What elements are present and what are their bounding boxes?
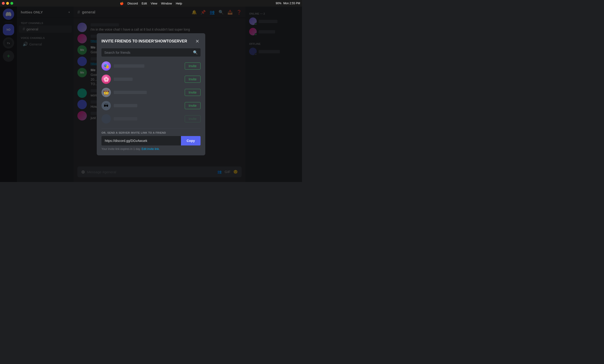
invite-button[interactable]: Invite bbox=[185, 115, 201, 122]
invite-link-row: https://discord.gg/DGvAwuek Copy bbox=[101, 136, 201, 146]
friend-search-container: 🔍 bbox=[101, 48, 201, 57]
friend-item[interactable]: 🤠 Invite bbox=[99, 86, 203, 99]
menu-bar: 🍎 Discord Edit View Window Help bbox=[120, 2, 182, 5]
modal-footer: OR, SEND A SERVER INVITE LINK TO A FRIEN… bbox=[97, 131, 205, 155]
invite-friends-modal: INVITE FRIENDS TO INSIDER'SHOWTOSERVER ✕… bbox=[97, 33, 205, 155]
invite-button[interactable]: Invite bbox=[185, 62, 201, 70]
invite-button[interactable]: Invite bbox=[185, 102, 201, 109]
invite-link-section-label: OR, SEND A SERVER INVITE LINK TO A FRIEN… bbox=[101, 131, 201, 134]
friend-item[interactable]: 🎭 Invite bbox=[99, 60, 203, 73]
friend-avatar: 🌸 bbox=[101, 74, 111, 84]
app-name[interactable]: Discord bbox=[127, 2, 138, 5]
menu-view[interactable]: View bbox=[151, 2, 157, 5]
modal-title: INVITE FRIENDS TO INSIDER'SHOWTOSERVER bbox=[101, 39, 187, 43]
friend-name bbox=[114, 91, 182, 94]
copy-button[interactable]: Copy bbox=[181, 136, 201, 146]
minimize-button[interactable] bbox=[6, 2, 9, 5]
menu-help[interactable]: Help bbox=[176, 2, 182, 5]
friend-avatar: 🎭 bbox=[101, 61, 111, 71]
maximize-button[interactable] bbox=[10, 2, 13, 5]
friend-item[interactable]: 🕶 Invite bbox=[99, 99, 203, 112]
clock: Mon 2:55 PM bbox=[283, 2, 300, 5]
traffic-lights bbox=[2, 2, 13, 5]
edit-invite-link[interactable]: Edit invite link. bbox=[142, 147, 160, 151]
friend-name bbox=[114, 104, 182, 107]
invite-button[interactable]: Invite bbox=[185, 76, 201, 83]
friend-name bbox=[114, 117, 182, 121]
friend-avatar: 🕶 bbox=[101, 101, 111, 110]
friend-item[interactable]: Invite bbox=[99, 112, 203, 125]
close-button[interactable] bbox=[2, 2, 5, 5]
friend-avatar bbox=[101, 114, 111, 123]
friend-name bbox=[114, 64, 182, 68]
friend-name bbox=[114, 78, 182, 81]
invite-link-url: https://discord.gg/DGvAwuek bbox=[101, 136, 181, 146]
invite-expires-text: Your invite link expires in 1 day. Edit … bbox=[101, 147, 201, 151]
menu-window[interactable]: Window bbox=[161, 2, 172, 5]
modal-header: INVITE FRIENDS TO INSIDER'SHOWTOSERVER ✕ bbox=[97, 33, 205, 48]
apple-menu[interactable]: 🍎 bbox=[120, 2, 124, 5]
friends-list: 🎭 Invite 🌸 Invite bbox=[97, 60, 205, 125]
title-bar: 🍎 Discord Edit View Window Help 90% Mon … bbox=[0, 0, 302, 7]
battery-status: 90% bbox=[276, 2, 281, 5]
modal-close-button[interactable]: ✕ bbox=[194, 38, 201, 45]
system-tray: 90% Mon 2:55 PM bbox=[276, 2, 300, 5]
friend-avatar: 🤠 bbox=[101, 88, 111, 97]
friend-item[interactable]: 🌸 Invite bbox=[99, 73, 203, 86]
menu-edit[interactable]: Edit bbox=[142, 2, 147, 5]
friend-search-input[interactable] bbox=[104, 51, 191, 54]
modal-divider bbox=[101, 128, 201, 129]
modal-overlay: INVITE FRIENDS TO INSIDER'SHOWTOSERVER ✕… bbox=[0, 7, 302, 182]
search-icon: 🔍 bbox=[193, 50, 198, 55]
invite-button[interactable]: Invite bbox=[185, 89, 201, 96]
